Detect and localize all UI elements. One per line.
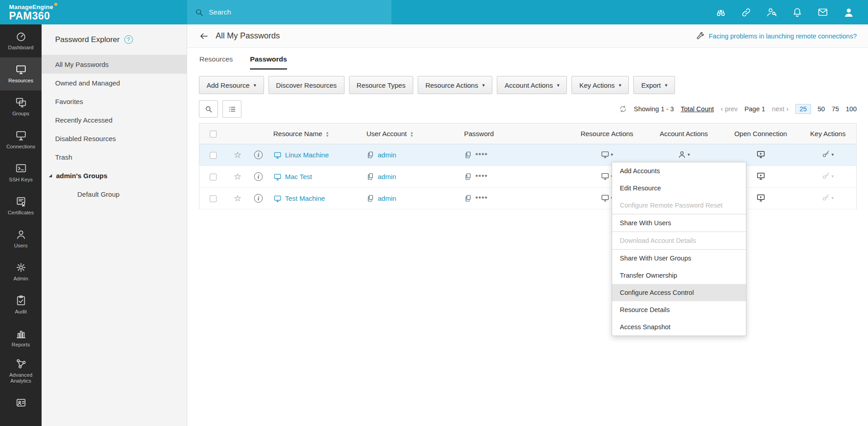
key-actions-button[interactable]: Key Actions▾ [571,76,629,94]
connections-link-icon[interactable] [741,7,751,18]
favorite-star-icon[interactable]: ☆ [234,150,241,160]
export-button[interactable]: Export▾ [633,76,675,94]
favorite-star-icon[interactable]: ☆ [234,172,241,181]
total-count-link[interactable]: Total Count [681,105,714,113]
menu-item-edit-resource[interactable]: Edit Resource [612,180,746,197]
copy-icon[interactable] [464,151,472,159]
explorer-item-all-my-passwords[interactable]: All My Passwords [42,55,187,74]
page-size-25[interactable]: 25 [795,104,811,114]
toolbar: Add Resource▾ Discover Resources Resourc… [199,76,857,94]
menu-item-add-accounts[interactable]: Add Accounts [612,162,746,180]
account-actions-menu-icon[interactable]: ▾ [678,150,690,159]
key-actions-menu-icon[interactable]: ▾ [822,150,834,158]
explorer-item-disabled-resources[interactable]: Disabled Resources [42,129,187,148]
open-connection-icon[interactable] [756,171,765,180]
copy-icon[interactable] [367,194,374,202]
plug-icon [15,130,27,141]
menu-item-resource-details[interactable]: Resource Details [612,301,746,318]
sidebar-item-dashboard[interactable]: Dashboard [0,24,42,57]
row-checkbox[interactable] [210,195,217,202]
explorer-item-trash[interactable]: Trash [42,148,187,166]
mail-icon[interactable] [817,7,828,18]
open-connection-icon[interactable] [756,193,765,202]
table-header-row: Resource Name▲▼ User Account▲▼ Password … [199,123,857,144]
account-link[interactable]: admin [378,194,396,202]
help-question-icon[interactable]: ? [124,35,133,44]
sidebar-item-reports[interactable]: Reports [0,322,42,355]
copy-icon[interactable] [367,173,374,180]
info-icon[interactable]: i [254,172,263,181]
menu-item-transfer-ownership[interactable]: Transfer Ownership [612,267,746,284]
remote-connection-help-link[interactable]: Facing problems in launching remote conn… [696,32,857,41]
resource-link[interactable]: Test Machine [285,194,325,202]
explorer-item-default-group[interactable]: Default Group [42,185,187,204]
sidebar-item-more[interactable] [0,388,42,421]
page-size-50[interactable]: 50 [818,105,825,113]
resource-types-button[interactable]: Resource Types [349,76,413,94]
resource-spotlight-icon[interactable] [716,7,726,18]
menu-item-share-with-user-groups[interactable]: Share With User Groups [612,250,746,267]
discover-resources-button[interactable]: Discover Resources [269,76,344,94]
sidebar-item-users[interactable]: Users [0,222,42,256]
masked-password: **** [476,173,488,180]
brand-dot-icon [54,3,57,6]
copy-icon[interactable] [367,151,374,159]
sidebar-item-ssh-keys[interactable]: SSH Keys [0,156,42,189]
add-resource-button[interactable]: Add Resource▾ [199,76,264,94]
explorer-item-favorites[interactable]: Favorites [42,92,187,111]
menu-item-configure-access-control[interactable]: Configure Access Control [612,284,746,301]
resource-link[interactable]: Mac Test [285,173,312,180]
sidebar-item-groups[interactable]: Groups [0,90,42,123]
account-link[interactable]: admin [378,151,396,159]
select-all-checkbox[interactable] [210,131,217,137]
info-icon[interactable]: i [254,194,263,203]
table-row: ☆ i Test Machine admin **** ▾ ▾ ▾ [199,188,857,209]
copy-icon[interactable] [464,194,472,202]
list-view-button[interactable] [222,100,241,118]
column-user-account[interactable]: User Account▲▼ [362,123,460,144]
resource-actions-button[interactable]: Resource Actions▾ [418,76,492,94]
copy-icon[interactable] [464,173,472,180]
page-size-75[interactable]: 75 [832,105,839,113]
global-search-input[interactable] [209,8,384,16]
key-actions-menu-icon[interactable]: ▾ [822,194,834,202]
row-checkbox[interactable] [210,152,217,159]
info-icon[interactable]: i [254,151,263,159]
back-arrow-icon[interactable] [199,31,209,41]
sidebar-item-resources[interactable]: Resources [0,57,42,90]
prev-page-button[interactable]: ‹ prev [721,105,738,113]
account-link[interactable]: admin [378,173,396,180]
resource-actions-menu-icon[interactable]: ▾ [601,172,613,180]
menu-item-access-snapshot[interactable]: Access Snapshot [612,318,746,336]
user-profile-icon[interactable] [843,7,854,18]
table-search-button[interactable] [199,100,218,118]
resource-actions-menu-icon[interactable]: ▾ [601,194,613,202]
sidebar-item-audit[interactable]: Audit [0,289,42,322]
tab-resources[interactable]: Resources [199,48,233,70]
refresh-icon[interactable] [619,105,627,113]
next-page-button[interactable]: next › [772,105,789,113]
tab-passwords[interactable]: Passwords [250,48,287,70]
account-actions-button[interactable]: Account Actions▾ [497,76,567,94]
monitor-icon [15,64,27,75]
resource-link[interactable]: Linux Machine [285,151,329,159]
notifications-bell-icon[interactable] [792,7,802,18]
sidebar-item-certificates[interactable]: Certificates [0,189,42,222]
sidebar-item-advanced-analytics[interactable]: Advanced Analytics [0,355,42,388]
menu-item-share-with-users[interactable]: Share With Users [612,214,746,232]
key-actions-menu-icon[interactable]: ▾ [822,172,834,180]
monitor-icon [274,173,282,181]
admin-access-icon[interactable] [766,7,777,18]
sidebar-item-admin[interactable]: Admin [0,256,42,289]
favorite-star-icon[interactable]: ☆ [234,194,241,203]
row-checkbox[interactable] [210,174,217,180]
explorer-item-recently-accessed[interactable]: Recently Accessed [42,111,187,129]
explorer-group-admins-groups[interactable]: admin's Groups [42,166,187,185]
sidebar-item-connections[interactable]: Connections [0,123,42,156]
page-size-100[interactable]: 100 [846,105,857,113]
resource-actions-menu-icon[interactable]: ▾ [601,150,613,159]
explorer-item-owned-and-managed[interactable]: Owned and Managed [42,74,187,92]
chevron-down-icon: ▾ [254,82,256,88]
open-connection-icon[interactable] [756,150,765,159]
column-resource-name[interactable]: Resource Name▲▼ [269,123,362,144]
